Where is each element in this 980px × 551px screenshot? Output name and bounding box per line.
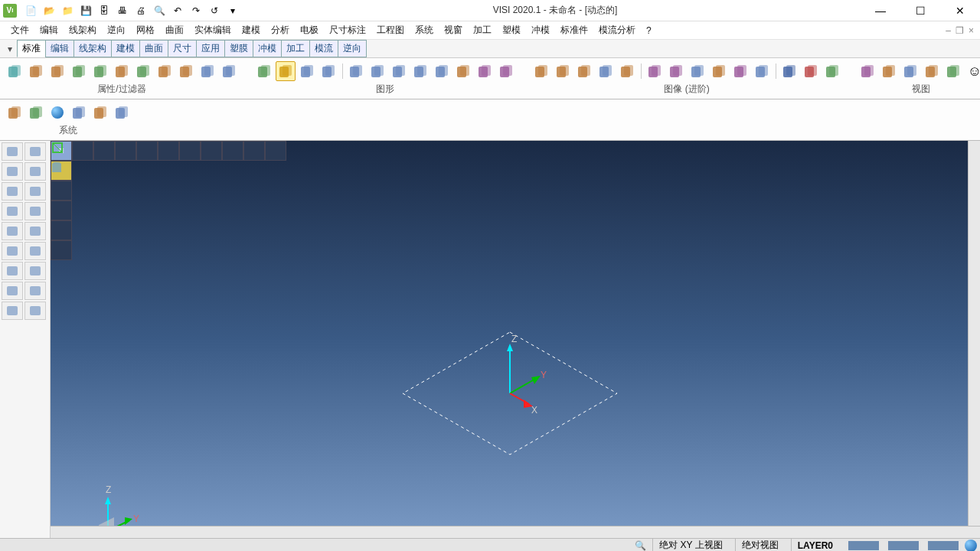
catalog-icon[interactable]	[133, 61, 153, 81]
menu-14[interactable]: 加工	[469, 22, 496, 38]
menu-8[interactable]: 分析	[266, 22, 294, 38]
grad-icon[interactable]	[688, 61, 707, 81]
grad-arrow-icon[interactable]	[709, 61, 729, 81]
axis-icon[interactable]	[900, 61, 920, 81]
pie-icon[interactable]	[822, 61, 842, 81]
globe-icon[interactable]	[965, 540, 977, 552]
left-tool-hand[interactable]	[24, 282, 46, 300]
colors-icon[interactable]	[5, 103, 24, 122]
print-preview-button[interactable]: 🖨	[133, 3, 149, 18]
left-tool-crop[interactable]	[2, 162, 23, 181]
menu-18[interactable]: 模流分析	[594, 22, 640, 38]
menu-5[interactable]: 曲面	[161, 22, 188, 38]
menu-13[interactable]: 视窗	[439, 22, 467, 38]
menu-16[interactable]: 冲模	[527, 22, 554, 38]
sphere-icon[interactable]	[801, 61, 821, 81]
viewport-scrollbar-vertical[interactable]	[968, 141, 980, 526]
tab-8[interactable]: 冲模	[253, 40, 282, 57]
abs-view-readout[interactable]: 绝对视图	[735, 539, 785, 551]
new-file-button[interactable]: 📄	[23, 3, 38, 18]
minimize-button[interactable]: —	[870, 3, 891, 18]
tag-db-icon[interactable]	[112, 61, 132, 81]
cyl-x-icon[interactable]	[496, 61, 516, 81]
cyl-yellow-icon[interactable]	[276, 61, 296, 81]
save-button[interactable]: 💾	[78, 3, 93, 18]
menu-17[interactable]: 标准件	[556, 22, 593, 38]
menu-15[interactable]: 塑模	[498, 22, 525, 38]
left-tool-dim[interactable]	[2, 202, 23, 220]
tab-0[interactable]: 标准	[17, 40, 46, 57]
cyl6-icon[interactable]	[410, 61, 430, 81]
book-icon[interactable]	[112, 103, 132, 122]
filter-minus-icon[interactable]	[198, 61, 217, 81]
left-tool-rot[interactable]	[24, 202, 46, 220]
filter-icon[interactable]	[155, 61, 175, 81]
menu-0[interactable]: 文件	[6, 22, 34, 38]
cyl2-icon[interactable]	[318, 61, 338, 81]
search-icon[interactable]: 🔍	[635, 540, 646, 551]
tab-10[interactable]: 模流	[309, 40, 338, 57]
print-button[interactable]: 🖶	[115, 3, 130, 18]
left-tool-layers[interactable]	[2, 302, 23, 320]
tab-7[interactable]: 塑膜	[224, 40, 253, 57]
history-dd-button[interactable]: ↺	[207, 3, 222, 18]
left-tool-cube2[interactable]	[24, 242, 46, 260]
globe-icon[interactable]	[47, 103, 67, 122]
zoom-button[interactable]: 🔍	[152, 3, 167, 18]
filter-y-icon[interactable]	[219, 61, 239, 81]
menu-6[interactable]: 实体编辑	[190, 22, 236, 38]
grid-y-icon[interactable]	[90, 103, 110, 122]
viewport-scrollbar-horizontal[interactable]	[51, 526, 980, 538]
left-tool-rect[interactable]	[2, 182, 23, 201]
grid-hand-icon[interactable]	[858, 61, 877, 81]
img-icon[interactable]	[26, 103, 46, 122]
menu-12[interactable]: 系统	[410, 22, 438, 38]
left-tool-arrow[interactable]	[2, 222, 23, 240]
tab-9[interactable]: 加工	[281, 40, 310, 57]
grid-arrow-icon[interactable]	[879, 61, 899, 81]
left-tool-highlight[interactable]	[24, 142, 46, 161]
grad-hand-icon[interactable]	[730, 61, 750, 81]
diamond-icon[interactable]	[779, 61, 799, 81]
menu-2[interactable]: 线架构	[64, 22, 101, 38]
cyl-blue-icon[interactable]	[752, 61, 772, 81]
layer-move-icon[interactable]	[47, 61, 67, 81]
left-tool-wire[interactable]	[24, 182, 46, 201]
line-g-icon[interactable]	[922, 61, 942, 81]
tab-dropdown-icon[interactable]: ▾	[3, 44, 17, 54]
close-button[interactable]: ✕	[949, 3, 971, 18]
menu-9[interactable]: 电极	[296, 22, 323, 38]
clip-icon[interactable]	[432, 61, 452, 81]
open-folder-button[interactable]: 📁	[60, 3, 75, 18]
qat-caret-button[interactable]: ▾	[225, 3, 240, 18]
redo-button[interactable]: ↷	[188, 3, 204, 18]
smiley-icon[interactable]: ☺	[965, 61, 980, 81]
tab-5[interactable]: 尺寸	[168, 40, 197, 57]
menu-19[interactable]: ?	[642, 24, 656, 37]
layer-icon[interactable]	[5, 61, 24, 81]
menu-7[interactable]: 建模	[237, 22, 265, 38]
key-icon[interactable]	[69, 61, 89, 81]
tab-1[interactable]: 编辑	[45, 40, 74, 57]
color-chip-3[interactable]	[928, 541, 959, 550]
left-tool-cube1[interactable]	[2, 242, 23, 260]
cube-r-icon[interactable]	[531, 61, 551, 81]
open-file-button[interactable]: 📂	[41, 3, 57, 18]
cube-check-icon[interactable]	[617, 61, 637, 81]
refresh-icon[interactable]	[254, 61, 274, 81]
left-tool-layers2[interactable]	[24, 302, 46, 320]
cyl4-icon[interactable]	[368, 61, 387, 81]
left-tool-help[interactable]	[2, 262, 23, 280]
cyl1-icon[interactable]	[297, 61, 317, 81]
left-tool-shade[interactable]	[24, 222, 46, 240]
cube-y-icon[interactable]	[574, 61, 594, 81]
layer-copy-icon[interactable]	[26, 61, 46, 81]
tab-4[interactable]: 曲面	[139, 40, 168, 57]
filter-add-icon[interactable]	[176, 61, 196, 81]
cyl-db-icon[interactable]	[453, 61, 473, 81]
menu-11[interactable]: 工程图	[372, 22, 409, 38]
maximize-button[interactable]: ☐	[910, 3, 931, 18]
tab-3[interactable]: 建模	[111, 40, 140, 57]
left-tool-select[interactable]	[2, 142, 23, 161]
menu-1[interactable]: 编辑	[35, 22, 63, 38]
